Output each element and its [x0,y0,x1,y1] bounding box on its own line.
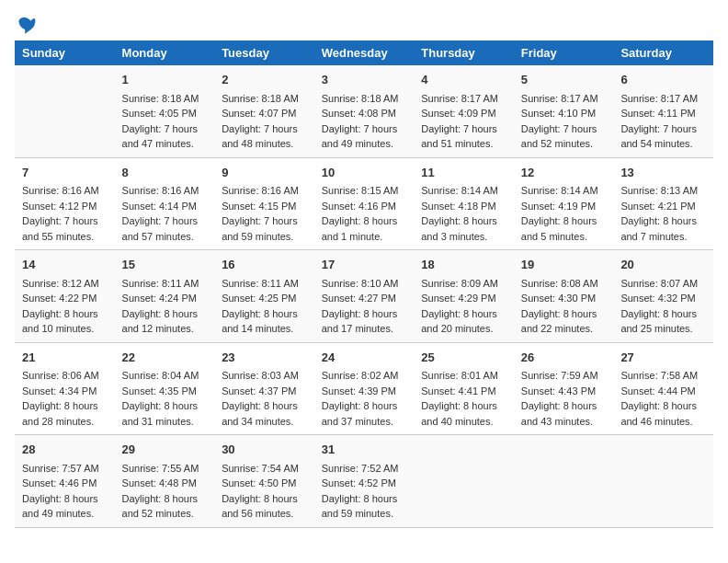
sunrise: Sunrise: 8:02 AM [322,370,399,381]
sunset: Sunset: 4:43 PM [521,385,596,396]
calendar-cell: 21Sunrise: 8:06 AMSunset: 4:34 PMDayligh… [15,342,115,435]
column-header-tuesday: Tuesday [214,40,314,65]
day-number: 1 [122,71,208,89]
calendar-cell: 15Sunrise: 8:11 AMSunset: 4:24 PMDayligh… [115,250,215,343]
daylight: Daylight: 8 hours and 56 minutes. [222,493,298,520]
column-header-sunday: Sunday [15,40,115,65]
calendar-cell: 13Sunrise: 8:13 AMSunset: 4:21 PMDayligh… [613,157,713,250]
day-number: 5 [521,71,607,89]
column-header-friday: Friday [514,40,614,65]
day-number: 24 [322,349,407,367]
daylight: Daylight: 8 hours and 34 minutes. [222,400,298,427]
sunset: Sunset: 4:34 PM [22,385,97,396]
sunrise: Sunrise: 7:54 AM [222,463,299,474]
daylight: Daylight: 7 hours and 54 minutes. [620,123,697,150]
calendar-cell: 3Sunrise: 8:18 AMSunset: 4:08 PMDaylight… [314,65,415,157]
sunset: Sunset: 4:50 PM [222,477,296,488]
header-row: SundayMondayTuesdayWednesdayThursdayFrid… [15,40,713,65]
calendar-cell: 6Sunrise: 8:17 AMSunset: 4:11 PMDaylight… [613,65,713,157]
day-number: 16 [222,256,307,274]
sunset: Sunset: 4:48 PM [122,477,197,488]
sunrise: Sunrise: 8:09 AM [421,278,498,289]
sunset: Sunset: 4:52 PM [322,477,396,488]
logo [15,15,40,37]
column-header-thursday: Thursday [414,40,514,65]
daylight: Daylight: 8 hours and 25 minutes. [620,308,697,335]
calendar-cell: 27Sunrise: 7:58 AMSunset: 4:44 PMDayligh… [613,342,713,435]
day-number: 13 [620,164,706,182]
column-header-monday: Monday [115,40,215,65]
daylight: Daylight: 8 hours and 20 minutes. [421,308,497,335]
day-number: 14 [22,256,108,274]
daylight: Daylight: 8 hours and 14 minutes. [222,308,298,335]
day-number: 7 [22,164,108,182]
sunrise: Sunrise: 8:10 AM [322,278,399,289]
sunset: Sunset: 4:15 PM [222,201,296,212]
sunset: Sunset: 4:08 PM [322,108,396,119]
daylight: Daylight: 7 hours and 49 minutes. [322,123,398,150]
sunset: Sunset: 4:21 PM [620,201,695,212]
calendar-cell: 26Sunrise: 7:59 AMSunset: 4:43 PMDayligh… [514,342,614,435]
sunset: Sunset: 4:32 PM [620,293,695,304]
sunrise: Sunrise: 8:04 AM [122,370,199,381]
sunrise: Sunrise: 8:18 AM [222,93,299,104]
daylight: Daylight: 8 hours and 46 minutes. [620,400,697,427]
sunset: Sunset: 4:11 PM [620,108,695,119]
day-number: 22 [122,349,208,367]
calendar-cell: 28Sunrise: 7:57 AMSunset: 4:46 PMDayligh… [15,435,115,528]
sunset: Sunset: 4:37 PM [222,385,296,396]
day-number: 9 [222,164,307,182]
calendar-cell: 23Sunrise: 8:03 AMSunset: 4:37 PMDayligh… [214,342,314,435]
sunset: Sunset: 4:22 PM [22,293,97,304]
daylight: Daylight: 7 hours and 48 minutes. [222,123,298,150]
week-row-0: 1Sunrise: 8:18 AMSunset: 4:05 PMDaylight… [15,65,713,157]
day-number: 31 [322,441,407,459]
daylight: Daylight: 8 hours and 49 minutes. [22,493,98,520]
calendar-cell [613,435,713,528]
daylight: Daylight: 8 hours and 43 minutes. [521,400,597,427]
calendar-cell [15,65,115,157]
sunrise: Sunrise: 8:01 AM [421,370,498,381]
sunrise: Sunrise: 8:14 AM [421,185,498,196]
calendar-cell: 18Sunrise: 8:09 AMSunset: 4:29 PMDayligh… [414,250,514,343]
sunset: Sunset: 4:05 PM [122,108,197,119]
daylight: Daylight: 8 hours and 40 minutes. [421,400,497,427]
daylight: Daylight: 8 hours and 7 minutes. [620,215,697,242]
sunrise: Sunrise: 8:18 AM [122,93,199,104]
daylight: Daylight: 8 hours and 28 minutes. [22,400,98,427]
sunrise: Sunrise: 7:57 AM [22,463,99,474]
sunset: Sunset: 4:39 PM [322,385,396,396]
day-number: 10 [322,164,407,182]
day-number: 2 [222,71,307,89]
sunrise: Sunrise: 8:07 AM [620,278,698,289]
sunrise: Sunrise: 7:55 AM [122,463,199,474]
week-row-4: 28Sunrise: 7:57 AMSunset: 4:46 PMDayligh… [15,435,713,528]
day-number: 29 [122,441,208,459]
day-number: 12 [521,164,607,182]
calendar-cell: 19Sunrise: 8:08 AMSunset: 4:30 PMDayligh… [514,250,614,343]
daylight: Daylight: 7 hours and 52 minutes. [521,123,597,150]
sunset: Sunset: 4:27 PM [322,293,396,304]
calendar-cell: 4Sunrise: 8:17 AMSunset: 4:09 PMDaylight… [414,65,514,157]
day-number: 20 [620,256,706,274]
page-header [15,15,713,37]
calendar-cell [414,435,514,528]
calendar-cell: 17Sunrise: 8:10 AMSunset: 4:27 PMDayligh… [314,250,415,343]
sunrise: Sunrise: 8:17 AM [421,93,498,104]
sunset: Sunset: 4:24 PM [122,293,197,304]
sunset: Sunset: 4:07 PM [222,108,296,119]
day-number: 17 [322,256,407,274]
daylight: Daylight: 8 hours and 17 minutes. [322,308,398,335]
column-header-saturday: Saturday [613,40,713,65]
daylight: Daylight: 7 hours and 55 minutes. [22,215,98,242]
daylight: Daylight: 7 hours and 51 minutes. [421,123,497,150]
calendar-cell: 29Sunrise: 7:55 AMSunset: 4:48 PMDayligh… [115,435,215,528]
day-number: 18 [421,256,506,274]
sunrise: Sunrise: 8:16 AM [122,185,199,196]
day-number: 25 [421,349,506,367]
sunrise: Sunrise: 8:18 AM [322,93,399,104]
calendar-cell: 16Sunrise: 8:11 AMSunset: 4:25 PMDayligh… [214,250,314,343]
day-number: 4 [421,71,506,89]
daylight: Daylight: 7 hours and 59 minutes. [222,215,298,242]
daylight: Daylight: 8 hours and 22 minutes. [521,308,597,335]
